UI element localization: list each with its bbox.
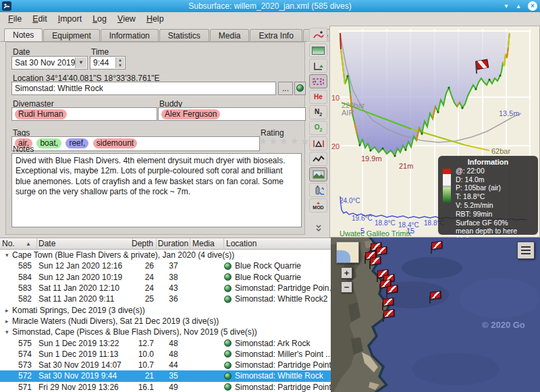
tab-statistics[interactable]: Statistics bbox=[159, 29, 209, 42]
location-globe-button[interactable] bbox=[294, 82, 306, 95]
dive-list-header[interactable]: No. ▲ Date Depth Duration Media Location bbox=[0, 238, 331, 250]
y-axis-10: 10 bbox=[331, 94, 340, 102]
dive-profile-chart[interactable]: 10 20 220bar AIR 62bar 19.9m 21m 13.5m 2… bbox=[329, 26, 540, 237]
dive-mode-icon[interactable] bbox=[309, 28, 327, 42]
map-zoom-in-button[interactable]: + bbox=[341, 267, 352, 279]
time-spinbox[interactable]: 9:44 ▲▼ bbox=[90, 56, 126, 69]
map-overview-inset[interactable] bbox=[336, 242, 359, 263]
shading-toggle-icon[interactable] bbox=[309, 43, 327, 57]
subsurface-window: Subsurface: willem_2020_jan.xml (585 div… bbox=[0, 0, 540, 392]
notes-textarea[interactable]: Dived with Blue Flash Divers. 4th elemen… bbox=[11, 153, 302, 227]
rating-stars[interactable]: ★★★★★ bbox=[259, 136, 311, 146]
menu-log[interactable]: Log bbox=[87, 13, 112, 25]
tag-chip-boat: boat bbox=[36, 138, 61, 148]
tab-notes[interactable]: Notes bbox=[4, 28, 43, 42]
trip-label: Simonstad, Cape (Pisces & Blue Flash Div… bbox=[12, 327, 257, 337]
tooltip-line: Surface GF 60% bbox=[456, 219, 534, 227]
dive-flag-icon[interactable] bbox=[428, 291, 441, 304]
information-tooltip[interactable]: Information @: 22:00D: 14.0mP: 105bar (a… bbox=[438, 156, 538, 235]
location-globe-icon bbox=[224, 383, 232, 391]
menu-help[interactable]: Help bbox=[141, 13, 169, 25]
tag-chip-sidemount: sidemount bbox=[93, 138, 137, 148]
dive-row[interactable]: 573Sat 30 Nov 2019 14:0710.744Simonstad:… bbox=[0, 360, 331, 370]
column-media[interactable]: Media bbox=[190, 238, 224, 250]
title-bar[interactable]: Subsurface: willem_2020_jan.xml (585 div… bbox=[0, 0, 540, 12]
tab-extra-info[interactable]: Extra Info bbox=[250, 29, 302, 42]
tooltip-line: T: 18.8°C bbox=[456, 192, 534, 201]
profile-toolbar: He N2 O2 +MOD bbox=[307, 26, 329, 237]
mod-toggle-icon[interactable]: +MOD bbox=[309, 198, 327, 213]
collapse-icon[interactable]: ▾ bbox=[5, 329, 12, 335]
dive-list-body: ▾Cape Town (Blue Flash Divers & private)… bbox=[0, 250, 331, 392]
pressure-end-label: 62bar bbox=[491, 147, 510, 155]
location-text: Simonstad: Ark Rock bbox=[235, 339, 310, 348]
toggle-n2-icon[interactable]: N2 bbox=[309, 105, 327, 119]
date-label: Date bbox=[13, 47, 30, 57]
location-text: Blue Rock Quarrie bbox=[235, 273, 301, 282]
dive-row[interactable]: 585Sun 12 Jan 2020 12:162637Blue Rock Qu… bbox=[0, 260, 331, 271]
toggle-he-icon[interactable]: He bbox=[309, 90, 327, 104]
heart-rate-icon[interactable] bbox=[309, 152, 327, 166]
calc-ceiling-icon[interactable] bbox=[309, 59, 327, 73]
toggle-o2-icon[interactable]: O2 bbox=[309, 121, 327, 135]
buddy-input[interactable]: Alex Ferguson bbox=[158, 107, 306, 121]
dive-row[interactable]: 584Sun 12 Jan 2020 10:192438Blue Rock Qu… bbox=[0, 272, 331, 283]
spinner-arrows-icon[interactable]: ▲▼ bbox=[115, 57, 124, 68]
column-duration[interactable]: Duration bbox=[157, 238, 190, 250]
trip-row[interactable]: ▸Komati Springs, Dec 2019 (3 dive(s)) bbox=[0, 304, 331, 315]
dive-row[interactable]: 583Sat 11 Jan 2020 12:102443Simonstad: P… bbox=[0, 283, 331, 293]
tab-information[interactable]: Information bbox=[101, 29, 159, 42]
location-globe-icon bbox=[224, 372, 232, 380]
column-location[interactable]: Location bbox=[224, 238, 331, 250]
column-date[interactable]: Date bbox=[37, 238, 133, 250]
map-menu-button[interactable] bbox=[517, 242, 535, 259]
location-input[interactable]: Simonstad: Whittle Rock bbox=[11, 82, 276, 95]
dive-flag-icon[interactable] bbox=[368, 257, 381, 269]
date-combobox[interactable]: Sat 30 Nov 2019 ▼ bbox=[11, 56, 88, 69]
map-zoom-out-button[interactable]: − bbox=[341, 281, 352, 293]
tab-media[interactable]: Media bbox=[210, 29, 250, 42]
menu-file[interactable]: File bbox=[3, 13, 27, 25]
tooltip-line: RBT: 99min bbox=[456, 210, 534, 219]
depth-area bbox=[340, 32, 510, 156]
dive-flag-icon[interactable] bbox=[385, 285, 398, 298]
photos-toggle-icon[interactable] bbox=[309, 167, 327, 181]
tag-chip-reef: reef bbox=[65, 138, 88, 148]
close-button[interactable]: × bbox=[528, 1, 537, 11]
tooltip-line: @: 22:00 bbox=[456, 167, 534, 175]
location-globe-icon bbox=[224, 273, 232, 281]
collapse-toolbar-icon[interactable] bbox=[309, 221, 327, 235]
expand-icon[interactable]: ▸ bbox=[5, 307, 12, 314]
dive-row[interactable]: 571Fri 29 Nov 2019 13:2616.149Simonstad:… bbox=[0, 382, 331, 392]
dive-row[interactable]: 574Sun 1 Dec 2019 11:1310.048Simonstad: … bbox=[0, 349, 331, 360]
menu-import[interactable]: Import bbox=[53, 13, 87, 25]
location-text: Simonstad: Partridge Point bbox=[235, 383, 331, 392]
tank-bar-icon[interactable] bbox=[309, 183, 327, 197]
ruler-icon[interactable] bbox=[309, 136, 327, 150]
divemaster-input[interactable]: Rudi Human bbox=[11, 107, 157, 121]
maximize-button[interactable]: ▴ bbox=[513, 1, 524, 11]
tooltip-line: V: 5.2m/min bbox=[456, 201, 534, 210]
menu-edit[interactable]: Edit bbox=[27, 13, 53, 25]
collapse-icon[interactable]: ▾ bbox=[5, 252, 12, 258]
dc-ceiling-icon[interactable] bbox=[309, 74, 327, 88]
dive-flag-icon[interactable] bbox=[381, 310, 395, 322]
trip-row[interactable]: ▾Cape Town (Blue Flash Divers & private)… bbox=[0, 250, 331, 260]
trip-row[interactable]: ▸Miracle Waters (Nudi Divers), Sat 21 De… bbox=[0, 316, 331, 327]
location-more-button[interactable]: ... bbox=[278, 82, 293, 95]
dive-row[interactable]: 572Sat 30 Nov 2019 9:442135Simonstad: Wh… bbox=[0, 370, 331, 381]
tags-input[interactable]: air boat reef sidemount bbox=[11, 136, 260, 151]
menu-view[interactable]: View bbox=[112, 13, 141, 25]
tooltip-line: P: 105bar (air) bbox=[456, 184, 534, 192]
dive-flag-icon[interactable] bbox=[429, 242, 443, 254]
dive-row[interactable]: 575Sun 1 Dec 2019 13:2212.748Simonstad: … bbox=[0, 337, 331, 348]
chevron-down-icon[interactable]: ▼ bbox=[75, 57, 86, 68]
dive-site-map[interactable]: + − © 2020 Go bbox=[331, 237, 540, 392]
column-depth[interactable]: Depth bbox=[133, 238, 157, 250]
minimize-button[interactable]: ▾ bbox=[501, 1, 512, 11]
expand-icon[interactable]: ▸ bbox=[5, 318, 12, 325]
tab-equipment[interactable]: Equipment bbox=[43, 29, 99, 42]
column-no[interactable]: No. ▲ bbox=[0, 238, 37, 250]
trip-row[interactable]: ▾Simonstad, Cape (Pisces & Blue Flash Di… bbox=[0, 327, 331, 337]
dive-row[interactable]: 582Sat 11 Jan 2020 9:112536Simonstad: Wh… bbox=[0, 293, 331, 304]
